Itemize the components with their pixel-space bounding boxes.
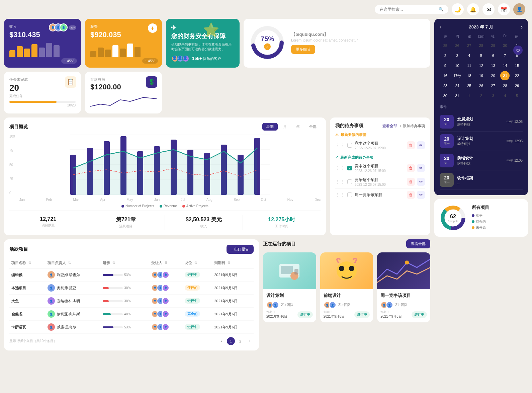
next-page-button[interactable]: › <box>246 337 254 345</box>
todo-delete-4-button[interactable]: 🗑 <box>407 191 415 199</box>
cal-day[interactable]: 2 <box>476 91 486 100</box>
cal-day[interactable]: 21 <box>500 71 510 80</box>
event-3-badge: 20 周一 <box>440 154 454 167</box>
security-footer: 👤 👤 👤 15k+ 快乐的客户 <box>171 55 234 62</box>
cal-day[interactable]: 24 <box>453 81 462 90</box>
cal-day[interactable]: 4 <box>464 51 474 60</box>
cal-day[interactable]: 5 <box>512 91 522 100</box>
tab-month[interactable]: 月 <box>279 123 291 131</box>
export-button[interactable]: ↑ 出口报告 <box>227 245 254 254</box>
notification-button[interactable]: 🔔 <box>467 3 479 15</box>
task-progress-text: 20/28 <box>9 103 76 107</box>
cal-day[interactable]: 10 <box>453 61 462 70</box>
cal-day[interactable]: 6 <box>489 51 498 60</box>
cal-day[interactable]: 2 <box>441 51 450 60</box>
cal-day[interactable]: 7 <box>500 51 510 60</box>
page-1-button[interactable]: 1 <box>227 337 235 345</box>
todo-checkbox-2[interactable]: ✓ <box>347 166 352 170</box>
search-input[interactable] <box>379 7 436 12</box>
todo-edit-4-button[interactable]: ✏ <box>417 191 425 199</box>
cal-day[interactable]: 29 <box>512 81 522 90</box>
todo-edit-3-button[interactable]: ✏ <box>417 178 425 186</box>
todo-checkbox-1[interactable] <box>347 143 352 148</box>
savings-icon: 💲 <box>146 76 157 88</box>
donut-center: 75% ✓ <box>261 35 274 50</box>
detail-button[interactable]: 更多细节 <box>291 45 315 54</box>
cal-day[interactable]: 22 <box>512 71 522 80</box>
todo-delete-2-button[interactable]: 🗑 <box>407 164 415 172</box>
tab-year[interactable]: 年 <box>292 123 304 131</box>
project-thumb-1 <box>263 252 316 289</box>
cal-day[interactable]: 30 <box>500 41 510 50</box>
todo-checkbox-3[interactable] <box>347 179 352 184</box>
cal-day[interactable]: 28 <box>476 41 486 50</box>
todo-delete-3-button[interactable]: 🗑 <box>407 178 415 186</box>
running-view-all-button[interactable]: 查看全部 <box>406 239 430 248</box>
expense-card: 花费 + $920.035 ↑ 45% <box>85 19 162 68</box>
cell-due: 2021年9月6日 <box>212 282 254 295</box>
calendar-header: ‹ 2023 年 7 月 › <box>440 24 523 30</box>
legend-compete: 竞争 <box>472 213 523 218</box>
mail-button[interactable]: ✉ <box>482 3 495 15</box>
cal-day[interactable]: 1 <box>464 91 474 100</box>
cal-day[interactable]: 20 <box>489 71 498 80</box>
cal-day[interactable]: 19 <box>476 71 486 80</box>
tab-week[interactable]: 星期 <box>262 123 278 131</box>
cal-day[interactable]: 31 <box>453 91 462 100</box>
event-2-time: 中午 12:05 <box>507 139 523 144</box>
search-box[interactable]: 🔍 <box>375 5 448 14</box>
security-card: ✈ ⭐ 您的财务安全有保障 长期以来的事实是，读者在查看页面布局时会被页面的可读… <box>166 19 240 68</box>
calendar-settings-button[interactable]: ⚙ <box>513 46 523 55</box>
calendar-days-grid: 2526272829301234567891011121314151617号18… <box>440 41 523 100</box>
tab-all[interactable]: 全部 <box>305 123 321 131</box>
cal-day[interactable]: 27 <box>464 41 474 50</box>
project-3-avatars: 👤 👤 21+团队 <box>380 301 427 309</box>
todo-checkbox-4[interactable] <box>347 192 352 197</box>
drag-icon-3[interactable]: ⋮⋮ <box>335 179 345 184</box>
cal-day[interactable]: 14 <box>500 61 510 70</box>
prev-page-button[interactable]: ‹ <box>217 337 226 345</box>
calendar-next-button[interactable]: › <box>521 24 523 30</box>
drag-icon-2[interactable]: ⋮⋮ <box>335 165 345 171</box>
legend-active: Active Projects <box>182 204 208 208</box>
cal-day[interactable]: 28 <box>500 81 510 90</box>
cal-day[interactable]: 13 <box>489 61 498 70</box>
cal-day[interactable]: 26 <box>476 81 486 90</box>
cal-day[interactable]: 25 <box>464 81 474 90</box>
page-2-button[interactable]: 2 <box>236 337 244 345</box>
todo-view-all-link[interactable]: 查看全部 <box>382 124 397 129</box>
cal-day[interactable]: 5 <box>476 51 486 60</box>
cal-day[interactable]: 17号 <box>453 71 462 80</box>
cal-day[interactable]: 29 <box>489 41 498 50</box>
todo-edit-2-button[interactable]: ✏ <box>417 164 425 172</box>
cal-day[interactable]: 26 <box>453 41 462 50</box>
cal-day[interactable]: 15 <box>512 61 522 70</box>
cal-day[interactable]: 18 <box>464 71 474 80</box>
cal-day[interactable]: 3 <box>453 51 462 60</box>
calendar-prev-button[interactable]: ‹ <box>440 24 441 30</box>
drag-icon[interactable]: ⋮⋮ <box>335 143 345 148</box>
expense-add-button[interactable]: + <box>148 23 157 33</box>
todo-add-button[interactable]: + 添加待办事项 <box>400 124 425 129</box>
bar-3 <box>24 49 30 57</box>
user-avatar-button[interactable]: 👤 <box>513 3 525 15</box>
todo-delete-1-button[interactable]: 🗑 <box>407 141 415 149</box>
projects-table-body: 编辑侯 👤 利亚姆·瑞查尔 53% 👤👤👤 进行中 2021年9月6日 本选项目 <box>9 268 254 334</box>
revenue-percent: ↑ 45% <box>61 58 77 64</box>
cal-day[interactable]: 12 <box>476 61 486 70</box>
cal-day[interactable]: 4 <box>500 91 510 100</box>
todo-edit-1-button[interactable]: ✏ <box>417 141 425 149</box>
cal-day[interactable]: 30 <box>441 91 450 100</box>
cal-day[interactable]: 3 <box>489 91 498 100</box>
cal-day[interactable]: 16 <box>441 71 450 80</box>
cal-day[interactable]: 25 <box>441 41 450 50</box>
drag-icon-4[interactable]: ⋮⋮ <box>335 192 345 198</box>
cal-day[interactable]: 27 <box>489 81 498 90</box>
events-label: 事件 <box>440 104 523 109</box>
todo-item-1-actions: 🗑 ✏ <box>407 141 425 149</box>
calendar-button[interactable]: 📅 <box>498 3 510 15</box>
cal-day[interactable]: 23 <box>441 81 450 90</box>
theme-toggle-button[interactable]: 🌙 <box>452 3 464 15</box>
cal-day[interactable]: 9 <box>441 61 450 70</box>
cal-day[interactable]: 11 <box>464 61 474 70</box>
